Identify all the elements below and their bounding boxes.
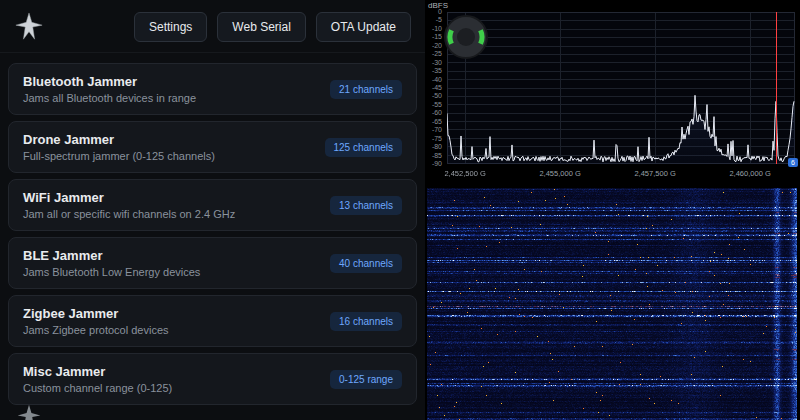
- app-logo-icon: [14, 12, 44, 42]
- db-tick-label: -55: [432, 101, 442, 109]
- db-tick-label: -50: [432, 92, 442, 100]
- jammer-card-misc[interactable]: Misc Jammer Custom channel range (0-125)…: [8, 353, 417, 405]
- channel-count-badge: 0-125 range: [330, 370, 402, 389]
- waterfall-display[interactable]: [427, 188, 797, 420]
- db-tick-label: -5: [436, 16, 442, 24]
- db-tick-label: -30: [432, 59, 442, 67]
- jammer-card-zigbee[interactable]: Zigbee Jammer Jams Zigbee protocol devic…: [8, 295, 417, 347]
- gain-knob[interactable]: [443, 14, 489, 60]
- app-root: Settings Web Serial OTA Update Bluetooth…: [0, 0, 800, 420]
- sdr-panel: dBFS 0-5-10-15-20-25-30-35-40-45-50-55-6…: [425, 0, 800, 420]
- jammer-list: Bluetooth Jammer Jams all Bluetooth devi…: [0, 53, 425, 415]
- db-tick-label: -75: [432, 135, 442, 143]
- db-tick-label: -90: [432, 160, 442, 168]
- jammer-title: BLE Jammer: [23, 248, 200, 263]
- db-tick-label: -15: [432, 33, 442, 41]
- db-tick-label: -70: [432, 126, 442, 134]
- db-tick-label: -80: [432, 143, 442, 151]
- db-tick-label: -20: [432, 42, 442, 50]
- db-tick-label: -60: [432, 109, 442, 117]
- jammer-description: Jams all Bluetooth devices in range: [23, 92, 196, 104]
- db-tick-label: -35: [432, 67, 442, 75]
- db-tick-label: -65: [432, 118, 442, 126]
- channel-count-badge: 13 channels: [330, 196, 402, 215]
- db-tick-label: -40: [432, 76, 442, 84]
- channel-count-badge: 16 channels: [330, 312, 402, 331]
- db-tick-label: -45: [432, 84, 442, 92]
- db-tick-label: -85: [432, 152, 442, 160]
- channel-count-badge: 21 channels: [330, 80, 402, 99]
- jammer-title: Zigbee Jammer: [23, 306, 169, 321]
- freq-tick-label: 2,452,500 G: [444, 169, 485, 178]
- db-tick-label: -25: [432, 50, 442, 58]
- db-tick-label: -10: [432, 25, 442, 33]
- jammer-description: Jams Zigbee protocol devices: [23, 324, 169, 336]
- jammer-card-bluetooth[interactable]: Bluetooth Jammer Jams all Bluetooth devi…: [8, 63, 417, 115]
- jammer-card-drone[interactable]: Drone Jammer Full-spectrum jammer (0-125…: [8, 121, 417, 173]
- jammer-title: Bluetooth Jammer: [23, 74, 196, 89]
- settings-button[interactable]: Settings: [134, 12, 207, 42]
- channel-count-badge: 40 channels: [330, 254, 402, 273]
- ota-update-button[interactable]: OTA Update: [316, 12, 411, 42]
- jammer-title: WiFi Jammer: [23, 190, 235, 205]
- freq-tick-label: 2,460,000 G: [729, 169, 770, 178]
- web-serial-button[interactable]: Web Serial: [217, 12, 305, 42]
- frequency-axis: 2,452,500 G2,455,000 G2,457,500 G2,460,0…: [447, 169, 795, 181]
- footer-logo-icon: [16, 404, 42, 420]
- jammer-description: Full-spectrum jammer (0-125 channels): [23, 150, 215, 162]
- jammer-card-wifi[interactable]: WiFi Jammer Jam all or specific wifi cha…: [8, 179, 417, 231]
- jammer-description: Custom channel range (0-125): [23, 382, 172, 394]
- freq-tick-label: 2,457,500 G: [634, 169, 675, 178]
- jammer-panel: Settings Web Serial OTA Update Bluetooth…: [0, 0, 425, 420]
- jammer-description: Jams Bluetooth Low Energy devices: [23, 266, 200, 278]
- header: Settings Web Serial OTA Update: [0, 0, 425, 53]
- jammer-title: Drone Jammer: [23, 132, 215, 147]
- fft-spectrum-canvas[interactable]: [447, 12, 795, 164]
- db-tick-label: 0: [438, 8, 442, 16]
- freq-tick-label: 2,455,000 G: [539, 169, 580, 178]
- jammer-card-ble[interactable]: BLE Jammer Jams Bluetooth Low Energy dev…: [8, 237, 417, 289]
- fft-badge: 6: [788, 158, 798, 167]
- header-buttons: Settings Web Serial OTA Update: [134, 12, 411, 42]
- db-axis: 0-5-10-15-20-25-30-35-40-45-50-55-60-65-…: [425, 12, 445, 164]
- jammer-title: Misc Jammer: [23, 364, 172, 379]
- jammer-description: Jam all or specific wifi channels on 2.4…: [23, 208, 235, 220]
- channel-count-badge: 125 channels: [325, 138, 403, 157]
